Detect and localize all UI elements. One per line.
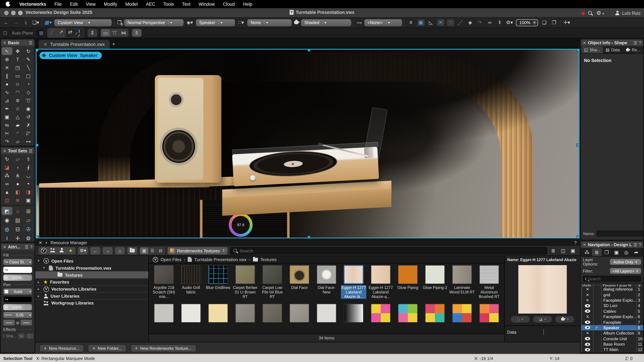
viewport-handle[interactable]: [576, 236, 580, 239]
references-tab-icon[interactable]: ➦: [631, 248, 641, 256]
favorites-filter-icon[interactable]: ★: [66, 248, 75, 253]
layer-3d-loci[interactable]: ✕ ✓ 3D Loci 4: [581, 303, 643, 309]
rotate-tool[interactable]: ↺: [23, 113, 34, 121]
layer-search-field[interactable]: [583, 276, 641, 282]
polygon-marquee-mode[interactable]: ⋈: [119, 29, 128, 36]
layer-options-dropdown[interactable]: Active Only: [610, 259, 641, 265]
list-view-icon[interactable]: ☰: [148, 247, 156, 254]
polygon-tool[interactable]: ⊿: [2, 96, 12, 104]
snap-to-angle-icon[interactable]: ◺: [427, 20, 434, 25]
hemisphere-tool[interactable]: ◓: [23, 180, 34, 188]
fillet-edge-tool[interactable]: ◖: [12, 163, 23, 171]
extend-tool[interactable]: ↷: [2, 137, 12, 145]
loft-surface-tool[interactable]: ∞: [2, 180, 12, 188]
lasso-marquee-mode[interactable]: ➰: [110, 29, 119, 36]
layer-dialog-reference[interactable]: ✕ ✓ dialog reference 1: [581, 286, 643, 292]
saved-views-icon[interactable]: ⤈: [22, 20, 30, 25]
settings-menu-button[interactable]: ⚙ ▾: [596, 10, 604, 15]
layer-grid[interactable]: ✕ ✓ grid 2: [581, 292, 643, 298]
menu-item[interactable]: View: [82, 0, 100, 8]
select-similar-tool[interactable]: ◉: [23, 105, 34, 112]
texture-tile[interactable]: [204, 304, 232, 323]
saved-view-dropdown[interactable]: Custom View: [54, 19, 112, 26]
toolset-fasteners[interactable]: ✛: [12, 234, 23, 242]
pen-color-swatch[interactable]: ↪: [3, 296, 32, 303]
texture-metal-aluminum[interactable]: Metal Aluminum Brushed RT: [476, 265, 503, 299]
planar-mode-icon[interactable]: ▦: [36, 29, 44, 36]
spiral-tool[interactable]: ➰: [23, 96, 34, 104]
unlink-markers-icon[interactable]: ⊘: [16, 320, 20, 325]
auto-plane-checkbox[interactable]: [3, 31, 7, 35]
projection-icon[interactable]: ❒⚙: [117, 20, 122, 25]
search-input[interactable]: [240, 248, 544, 253]
shadow-checkbox[interactable]: [3, 334, 4, 338]
visibility-cell[interactable]: ✕: [581, 341, 593, 347]
palette-menu-icon[interactable]: ☰: [29, 148, 32, 153]
layer-speaker[interactable]: ✕ ✓ Speaker 8: [581, 325, 643, 331]
tree-vectorworks-libraries[interactable]: ▸ ★ Vectorworks Libraries: [36, 285, 148, 292]
visibility-cell[interactable]: ✕: [581, 320, 593, 325]
text-tool[interactable]: T: [12, 55, 23, 63]
shear-tool[interactable]: ▰: [12, 121, 23, 129]
back-button[interactable]: ←: [2, 20, 10, 25]
resource-settings-button[interactable]: ⚙▾: [78, 247, 88, 254]
data-visualization-icon[interactable]: ∞●: [356, 20, 362, 25]
connect-combine-tool[interactable]: ⊶: [23, 137, 34, 145]
menu-item[interactable]: Edit: [66, 0, 82, 8]
new-renderworks-texture-button[interactable]: + New Renderworks Texture...: [130, 344, 196, 352]
tab-data[interactable]: ▤Data: [603, 46, 622, 53]
zoom-tool[interactable]: ⊕: [2, 55, 12, 63]
help-icon[interactable]: ?: [30, 244, 32, 249]
eraser-tool[interactable]: ▱: [12, 137, 23, 145]
shell-solid-tool[interactable]: ◡: [23, 172, 34, 179]
breadcrumb-item[interactable]: › Turntable Presentation.vwx: [184, 257, 246, 262]
snap-to-intersection-icon[interactable]: ✕: [437, 19, 444, 26]
visibility-cell[interactable]: ✕: [581, 286, 593, 292]
add-icon[interactable]: +: [45, 240, 48, 245]
trim-tool[interactable]: ✂: [2, 129, 12, 137]
texture-egger-lakeland-q[interactable]: Egger-H 1277 Lakeland Akazie-q...: [367, 265, 394, 299]
export-file-button[interactable]: ❏▾: [32, 20, 40, 25]
visibility-cell[interactable]: ✕: [581, 303, 593, 309]
3d-axis-mode[interactable]: [75, 28, 84, 37]
help-icon[interactable]: ?: [574, 240, 576, 245]
palette-menu-icon[interactable]: ☰: [25, 244, 28, 249]
filleted-cube-tool[interactable]: ◧: [12, 188, 23, 196]
toolset-windows-doors[interactable]: ⊞: [23, 207, 34, 215]
menu-item[interactable]: File: [50, 0, 66, 8]
toolset-piping[interactable]: ✇: [23, 225, 34, 233]
texture-tile[interactable]: [150, 304, 178, 323]
resource-type-dropdown[interactable]: Renderworks Textures: [168, 247, 228, 254]
reshape-tool[interactable]: △: [12, 113, 23, 121]
section-solid-tool[interactable]: ▣: [23, 196, 34, 204]
split-pane-icon[interactable]: ◫: [560, 248, 567, 253]
active-layer-cell[interactable]: ✓: [593, 286, 601, 292]
visibility-cell[interactable]: ✕: [581, 336, 593, 342]
close-icon[interactable]: ✕: [38, 240, 42, 245]
shadow-style-button[interactable]: ↪: [18, 333, 24, 339]
user-account-button[interactable]: Luis Ruiz: [615, 10, 641, 15]
toolset-machine-design[interactable]: ⚙: [23, 234, 34, 242]
layer-console-unit[interactable]: ✕ ✓ Console Unit 10: [581, 336, 643, 342]
active-layer-cell[interactable]: ✓: [593, 292, 601, 298]
close-icon[interactable]: ✕: [3, 40, 6, 45]
texture-blue-gridlines[interactable]: Blue Gridlines: [204, 265, 232, 299]
layer-faceplate-explo-2[interactable]: ✕ ✓ Faceplate-Explo... 6: [581, 314, 643, 320]
class-options-icon[interactable]: ∷▾: [238, 20, 245, 25]
data-visualization-dropdown[interactable]: <None>: [364, 19, 402, 26]
snap-to-object-icon[interactable]: ▣: [417, 19, 424, 26]
active-layer-cell[interactable]: ✓: [593, 347, 601, 353]
sphere-tool[interactable]: ●: [12, 180, 23, 188]
fit-to-page-button[interactable]: ❏: [540, 20, 548, 25]
toolset-building[interactable]: ⌂: [12, 207, 23, 215]
object-name-input[interactable]: [597, 231, 644, 236]
eyedropper-tool[interactable]: ✒: [2, 105, 12, 112]
active-layer-cell[interactable]: ✓: [593, 341, 601, 347]
active-layer-cell[interactable]: ✓: [593, 320, 601, 325]
double-line-tool[interactable]: ∥: [2, 72, 12, 80]
texture-tile[interactable]: [178, 304, 204, 323]
active-layer-cell[interactable]: ✓: [593, 298, 601, 303]
menu-item[interactable]: Model: [121, 0, 142, 8]
layer-base-room[interactable]: ✕ ✓ Base Room 11: [581, 341, 643, 347]
texture-tile[interactable]: [476, 304, 503, 323]
